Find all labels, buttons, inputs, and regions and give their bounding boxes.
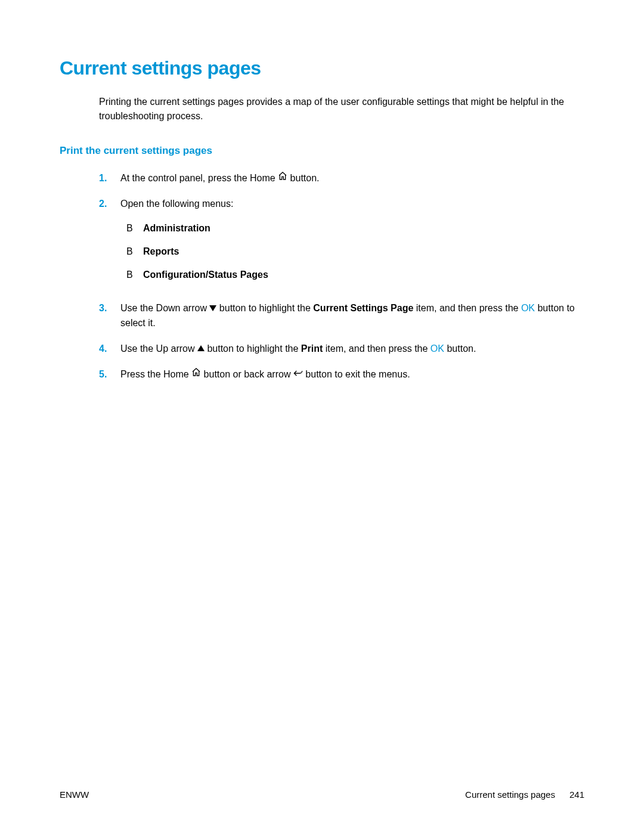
menu-item-reports: B Reports bbox=[126, 244, 584, 259]
menu-list: B Administration B Reports B Configurati… bbox=[126, 221, 584, 282]
menu-label: Reports bbox=[143, 244, 179, 259]
step-text: button to exit the menus. bbox=[305, 369, 410, 379]
page-footer: ENWW Current settings pages 241 bbox=[60, 789, 584, 800]
steps-list: 1. At the control panel, press the Home … bbox=[99, 171, 584, 382]
step-1: 1. At the control panel, press the Home … bbox=[99, 171, 584, 186]
intro-paragraph: Printing the current settings pages prov… bbox=[99, 95, 584, 123]
step-number: 5. bbox=[99, 367, 120, 382]
menu-item-config-status: B Configuration/Status Pages bbox=[126, 268, 584, 283]
step-text: button. bbox=[290, 173, 320, 183]
step-text: Open the following menus: bbox=[120, 199, 233, 209]
step-text: Use the Down arrow bbox=[120, 303, 209, 313]
document-page: Current settings pages Printing the curr… bbox=[0, 0, 644, 833]
step-number: 4. bbox=[99, 342, 120, 357]
bold-label: Current Settings Page bbox=[313, 303, 413, 313]
step-body: Use the Up arrow button to highlight the… bbox=[120, 342, 584, 357]
step-body: Open the following menus: B Administrati… bbox=[120, 197, 584, 290]
step-5: 5. Press the Home button or back arrow b… bbox=[99, 367, 584, 382]
step-3: 3. Use the Down arrow button to highligh… bbox=[99, 301, 584, 331]
step-number: 1. bbox=[99, 171, 120, 186]
bullet: B bbox=[126, 268, 143, 283]
section-subheading: Print the current settings pages bbox=[60, 145, 584, 157]
menu-label: Administration bbox=[143, 221, 210, 236]
step-body: Use the Down arrow button to highlight t… bbox=[120, 301, 584, 331]
up-arrow-icon bbox=[197, 345, 205, 351]
page-number: 241 bbox=[569, 789, 584, 800]
step-number: 2. bbox=[99, 197, 120, 290]
page-title: Current settings pages bbox=[60, 57, 584, 79]
menu-item-administration: B Administration bbox=[126, 221, 584, 236]
down-arrow-icon bbox=[209, 305, 216, 311]
bullet: B bbox=[126, 244, 143, 259]
footer-section: Current settings pages bbox=[465, 789, 555, 800]
step-text: item, and then press the bbox=[326, 343, 431, 354]
step-body: Press the Home button or back arrow butt… bbox=[120, 367, 584, 382]
step-text: button. bbox=[447, 343, 476, 354]
step-text: button to highlight the bbox=[219, 303, 313, 313]
home-icon bbox=[278, 171, 287, 185]
back-arrow-icon bbox=[293, 367, 303, 382]
step-2: 2. Open the following menus: B Administr… bbox=[99, 197, 584, 290]
bullet: B bbox=[126, 221, 143, 236]
ok-button-label: OK bbox=[521, 303, 535, 313]
step-text: At the control panel, press the Home bbox=[120, 173, 278, 183]
bold-label: Print bbox=[301, 343, 323, 354]
step-text: item, and then press the bbox=[416, 303, 521, 313]
step-body: At the control panel, press the Home but… bbox=[120, 171, 584, 186]
step-number: 3. bbox=[99, 301, 120, 331]
menu-label: Configuration/Status Pages bbox=[143, 268, 268, 283]
step-text: Use the Up arrow bbox=[120, 343, 197, 354]
step-text: Press the Home bbox=[120, 369, 191, 379]
footer-left: ENWW bbox=[60, 789, 89, 800]
step-text: button to highlight the bbox=[207, 343, 301, 354]
footer-right: Current settings pages 241 bbox=[465, 789, 584, 800]
step-text: button or back arrow bbox=[204, 369, 293, 379]
step-4: 4. Use the Up arrow button to highlight … bbox=[99, 342, 584, 357]
home-icon bbox=[191, 367, 201, 382]
ok-button-label: OK bbox=[431, 343, 444, 354]
